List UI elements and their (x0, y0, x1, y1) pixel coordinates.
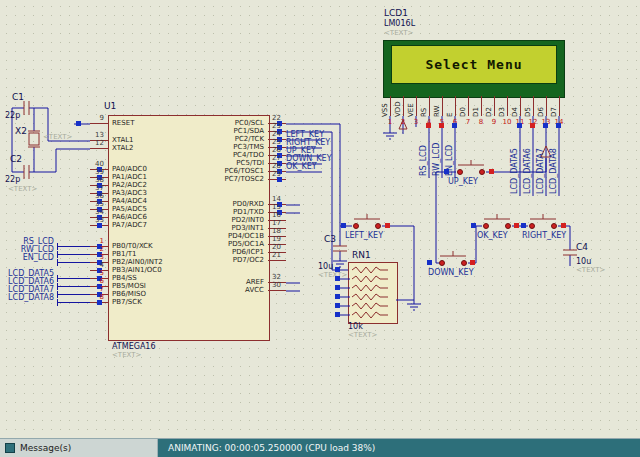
x2-text-placeholder: <TEXT> (43, 134, 72, 141)
net-label: OK_KEY (286, 163, 317, 171)
mcu-pin-name: PC0/SCL (150, 120, 264, 127)
lcd-pin-name: D1 (473, 107, 480, 117)
logic-state-square (530, 123, 535, 128)
logic-state-square (543, 123, 548, 128)
lcd-ref: LCD1 (384, 9, 408, 18)
button-label: DOWN_KEY (428, 269, 474, 277)
c4-capacitor-plates (563, 250, 577, 255)
c1-capacitor-plates (24, 101, 29, 115)
mcu-pin-name: PD3/INT1 (150, 225, 264, 232)
logic-state-square (521, 223, 526, 228)
logic-state-square (439, 123, 444, 128)
terminal-wire (58, 302, 90, 303)
messages-tab[interactable]: Message(s) (0, 439, 158, 457)
ground-icon (407, 304, 421, 310)
button-label: UP_KEY (448, 178, 478, 186)
lcd-pin-stub (403, 96, 404, 116)
mcu-pin-name: AREF (150, 279, 264, 286)
mcu-pin-name: PA7/ADC7 (112, 222, 147, 229)
mcu-pin-name: PC2/TCK (150, 136, 264, 143)
mcu-text-placeholder: <TEXT> (112, 352, 141, 359)
logic-state-square (514, 223, 519, 228)
logic-state-square (341, 223, 346, 228)
mcu-pin-name: PD1/TXD (150, 209, 264, 216)
mcu-pin-number: 16 (272, 212, 302, 219)
terminal-tick (57, 259, 58, 266)
logic-state-square (452, 123, 457, 128)
net-label-vertical: LCD_DATA5 (511, 148, 519, 194)
lcd-pin-stub (559, 96, 560, 116)
logic-state-square (470, 260, 475, 265)
lcd-pin-name: VDD (395, 101, 402, 117)
logic-state-square (335, 276, 340, 281)
c3-ref: C3 (324, 235, 336, 244)
lcd-pin-name: D5 (525, 107, 532, 117)
c2-text-placeholder: <TEXT> (8, 186, 37, 193)
logic-state-square (335, 312, 340, 317)
c3-capacitor-plates (333, 246, 347, 251)
schematic-canvas[interactable]: Select Menu (0, 0, 640, 439)
logic-state-square (97, 300, 102, 305)
mcu-pin-stub (268, 290, 286, 291)
mcu-pin-stub (90, 123, 108, 124)
mcu-pin-name: PD6/ICP1 (150, 249, 264, 256)
terminal-wire (58, 294, 90, 295)
mcu-pin-number: 21 (272, 252, 302, 259)
logic-state-square (426, 123, 431, 128)
mcu-ref: U1 (104, 102, 116, 111)
crystal-body (29, 133, 39, 145)
mcu-pin-name: PD7/OC2 (150, 257, 264, 264)
mcu-pin-stub (90, 148, 108, 149)
terminal-tick (57, 251, 58, 258)
x2-ref: X2 (15, 127, 27, 136)
lcd-pin-stub (429, 96, 430, 116)
mcu-pin-name: PB5/MOSI (112, 283, 146, 290)
logic-state-square (277, 177, 282, 182)
rn1-ref: RN1 (352, 251, 371, 260)
button-down-key[interactable] (440, 251, 467, 266)
animation-status: ANIMATING: 00:00:05.250000 (CPU load 38%… (158, 439, 640, 457)
lcd-pin-stub (507, 96, 508, 116)
mcu-pin-name: PA3/ADC3 (112, 190, 147, 197)
mcu-pin-number: 30 (272, 282, 302, 289)
lcd-pin-number: 3 (410, 119, 422, 126)
button-left-key[interactable] (354, 214, 381, 229)
mcu-pin-stub (268, 260, 286, 261)
lcd-pin-name: D7 (551, 107, 558, 117)
lcd-text-placeholder: <TEXT> (384, 30, 413, 37)
c2-ref: C2 (10, 155, 22, 164)
terminal-tick (57, 291, 58, 298)
lcd-pin-name: VSS (382, 103, 389, 117)
mcu-pin-name: PC1/SDA (150, 128, 264, 135)
button-up-key[interactable] (458, 160, 485, 175)
lcd-pin-name: D3 (499, 107, 506, 117)
mcu-pin-name: XTAL2 (112, 145, 134, 152)
terminal-tick (57, 283, 58, 290)
c2-capacitor-plates (24, 165, 29, 179)
button-right-key[interactable] (530, 214, 557, 229)
lcd-pin-name: RS (421, 108, 428, 117)
lcd-pin-stub (533, 96, 534, 116)
lcd-pin-name: D2 (486, 107, 493, 117)
lcd-pin-stub (442, 96, 443, 116)
mcu-pin-name: PB4/SS (112, 275, 137, 282)
mcu-pin-name: PB6/MISO (112, 291, 146, 298)
rn1-value: 10k (348, 323, 363, 331)
mcu-pin-number: 13 (70, 132, 104, 139)
button-label: RIGHT_KEY (522, 232, 566, 240)
rn1-text-placeholder: <TEXT> (348, 332, 377, 339)
logic-state-square (335, 267, 340, 272)
ground-icon (383, 133, 397, 139)
logic-state-square (444, 169, 449, 174)
terminal-wire (58, 262, 90, 263)
mcu-pin-number: 20 (272, 244, 302, 251)
lcd-pin-name: D0 (460, 107, 467, 117)
c4-ref: C4 (576, 243, 588, 252)
mcu-pin-name: PA1/ADC1 (112, 174, 147, 181)
logic-state-square (97, 223, 102, 228)
mcu-pin-name: PA5/ADC5 (112, 206, 147, 213)
button-ok-key[interactable] (484, 214, 511, 229)
rn1-resistor-zigzags (352, 267, 388, 318)
lcd-pin-number: 2 (397, 119, 409, 126)
lcd-pin-stub (481, 96, 482, 116)
